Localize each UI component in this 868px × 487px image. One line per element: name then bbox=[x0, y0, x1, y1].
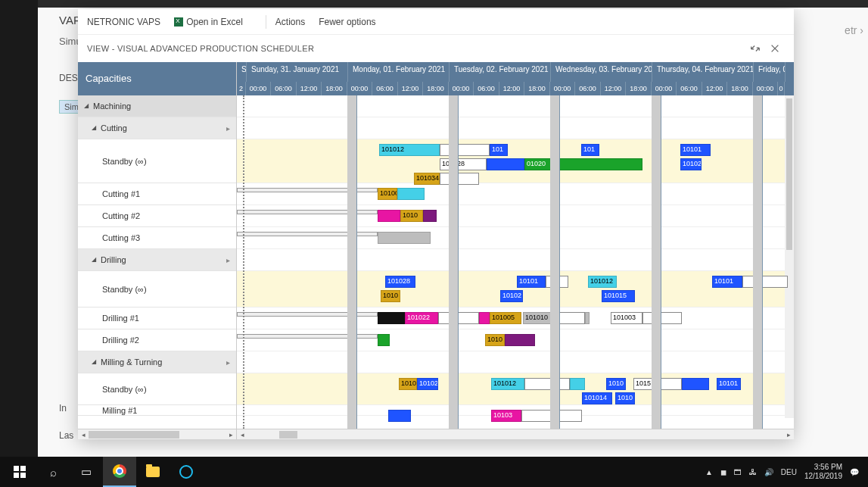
tree-milling-standby[interactable]: Standby (∞) bbox=[78, 373, 236, 405]
tray-icon[interactable]: ▲ bbox=[705, 468, 713, 476]
gantt-bar[interactable] bbox=[378, 210, 400, 222]
fewer-options-action[interactable]: Fewer options bbox=[319, 17, 375, 27]
gantt-bar[interactable]: 101014 bbox=[582, 392, 612, 404]
tree-cutting-standby[interactable]: Standby (∞) bbox=[78, 139, 236, 183]
gantt-row[interactable]: 1010 bbox=[237, 329, 785, 351]
chevron-right-icon[interactable]: etr › bbox=[845, 24, 863, 36]
gantt-row[interactable] bbox=[237, 95, 785, 117]
gantt-row[interactable] bbox=[237, 227, 785, 249]
gantt-row[interactable]: 10103 bbox=[237, 405, 785, 416]
tree-milling[interactable]: ◢Milling & Turning bbox=[78, 351, 236, 373]
gantt-bar[interactable] bbox=[378, 312, 405, 324]
gantt-bar[interactable]: 10101 bbox=[517, 276, 546, 288]
gantt-row[interactable]: 101012101101101011010280102010102101034 bbox=[237, 139, 785, 183]
gantt-bar[interactable]: 1010 bbox=[381, 290, 400, 302]
gantt-bar[interactable] bbox=[642, 312, 682, 324]
gantt-row[interactable]: 1010281010110101210101101010102101015 bbox=[237, 271, 785, 307]
taskbar-chrome[interactable] bbox=[103, 457, 136, 487]
tray-language[interactable]: DEU bbox=[781, 468, 797, 476]
gantt-bar[interactable] bbox=[505, 334, 535, 346]
gantt-bar[interactable] bbox=[585, 312, 590, 324]
tree-hscroll[interactable]: ◂▸ bbox=[78, 429, 236, 439]
hour-header: 18:00 bbox=[322, 82, 347, 95]
hour-header: 06:00 bbox=[271, 82, 297, 95]
tree-cutting[interactable]: ◢Cutting bbox=[78, 117, 236, 139]
tree-machining[interactable]: ◢Machining bbox=[78, 95, 236, 117]
gantt-bar[interactable] bbox=[397, 188, 425, 200]
gantt-bar[interactable]: 10101 bbox=[717, 378, 741, 390]
search-icon[interactable]: ⌕ bbox=[36, 457, 70, 487]
gantt-bar[interactable]: 1010 bbox=[400, 210, 423, 222]
tray-volume-icon[interactable]: 🔊 bbox=[764, 468, 773, 476]
tray-icon[interactable]: 🗔 bbox=[734, 468, 742, 476]
tree-cutting-2[interactable]: Cutting #2 bbox=[78, 205, 236, 227]
gantt-row[interactable]: 10101010210101210101015101011010141010 bbox=[237, 373, 785, 405]
gantt-bar[interactable]: 101022 bbox=[405, 312, 438, 324]
gantt-bar[interactable]: 10101 bbox=[712, 276, 742, 288]
close-icon[interactable] bbox=[765, 39, 785, 58]
gantt-row[interactable]: 101022101005101010101003 bbox=[237, 307, 785, 329]
tree-drilling[interactable]: ◢Drilling bbox=[78, 249, 236, 271]
open-in-excel-action[interactable]: Open in Excel bbox=[174, 17, 243, 27]
tree-cutting-1[interactable]: Cutting #1 bbox=[78, 183, 236, 205]
gantt-bar[interactable] bbox=[742, 276, 788, 288]
gantt-row[interactable] bbox=[237, 249, 785, 271]
gantt-bar[interactable] bbox=[570, 378, 585, 390]
tree-milling-1[interactable]: Milling #1 bbox=[78, 405, 236, 416]
gantt-bar[interactable]: 101012 bbox=[588, 276, 617, 288]
tray-notifications-icon[interactable]: 💬 bbox=[850, 468, 859, 476]
start-button[interactable] bbox=[3, 457, 36, 487]
gantt-bar[interactable]: 1010 bbox=[485, 334, 505, 346]
gantt-bar[interactable]: 1010 bbox=[606, 378, 626, 390]
task-view-icon[interactable]: ▭ bbox=[70, 457, 103, 487]
gantt-bar[interactable] bbox=[552, 158, 642, 170]
gantt-bar[interactable] bbox=[487, 158, 524, 170]
gantt-bar[interactable]: 101028 bbox=[385, 276, 415, 288]
expand-icon[interactable] bbox=[745, 39, 765, 58]
gantt-bar[interactable] bbox=[438, 312, 479, 324]
gantt-bar[interactable]: 101028 bbox=[440, 158, 487, 170]
gantt-bar[interactable]: 01020 bbox=[524, 158, 552, 170]
gantt-bar[interactable]: 10101 bbox=[680, 144, 711, 156]
gantt-bar[interactable]: 1010 bbox=[615, 392, 635, 404]
gantt-row[interactable]: 101008 bbox=[237, 183, 785, 205]
tree-drilling-1[interactable]: Drilling #1 bbox=[78, 307, 236, 329]
taskbar-explorer[interactable] bbox=[136, 457, 170, 487]
gantt-bar[interactable] bbox=[524, 378, 570, 390]
gantt-bar[interactable]: 101 bbox=[490, 144, 508, 156]
timeline-hscroll[interactable]: ◂▸ bbox=[237, 429, 794, 439]
gantt-bar[interactable] bbox=[378, 232, 431, 244]
gantt-bar[interactable]: 101005 bbox=[490, 312, 521, 324]
gantt-bar[interactable]: 101003 bbox=[611, 312, 642, 324]
actions-menu[interactable]: Actions bbox=[275, 17, 305, 27]
gantt-bar[interactable] bbox=[378, 334, 390, 346]
vertical-scrollbar[interactable] bbox=[785, 95, 794, 418]
gantt-bar[interactable] bbox=[479, 312, 490, 324]
tray-icon[interactable]: ◼ bbox=[720, 468, 726, 476]
gantt-bar[interactable]: 1010 bbox=[399, 378, 417, 390]
gantt-bar[interactable]: 10103 bbox=[491, 410, 521, 422]
gantt-bar[interactable]: 101008 bbox=[378, 188, 397, 200]
tree-cutting-3[interactable]: Cutting #3 bbox=[78, 227, 236, 249]
gantt-bar[interactable]: 101015 bbox=[602, 290, 635, 302]
gantt-bar[interactable] bbox=[661, 378, 682, 390]
gantt-bar[interactable]: 10102 bbox=[680, 158, 702, 170]
tray-network-icon[interactable]: 🖧 bbox=[749, 468, 757, 476]
gantt-canvas[interactable]: 1010121011011010110102801020101021010341… bbox=[237, 95, 794, 429]
gantt-bar[interactable] bbox=[388, 410, 411, 422]
tray-clock[interactable]: 3:56 PM12/18/2019 bbox=[804, 463, 842, 481]
gantt-bar[interactable]: 10102 bbox=[417, 378, 438, 390]
gantt-row[interactable]: 1010 bbox=[237, 205, 785, 227]
tree-drilling-2[interactable]: Drilling #2 bbox=[78, 329, 236, 351]
gantt-bar[interactable] bbox=[440, 144, 490, 156]
gantt-bar[interactable]: 10102 bbox=[500, 290, 523, 302]
gantt-bar[interactable]: 101012 bbox=[491, 378, 524, 390]
gantt-row[interactable] bbox=[237, 351, 785, 373]
gantt-row[interactable] bbox=[237, 117, 785, 139]
tree-drilling-standby[interactable]: Standby (∞) bbox=[78, 271, 236, 307]
gantt-bar[interactable]: 101012 bbox=[379, 144, 440, 156]
gantt-bar[interactable]: 101 bbox=[581, 144, 599, 156]
gantt-bar[interactable] bbox=[682, 378, 709, 390]
gantt-bar[interactable] bbox=[423, 210, 437, 222]
taskbar-ie[interactable] bbox=[170, 457, 203, 487]
